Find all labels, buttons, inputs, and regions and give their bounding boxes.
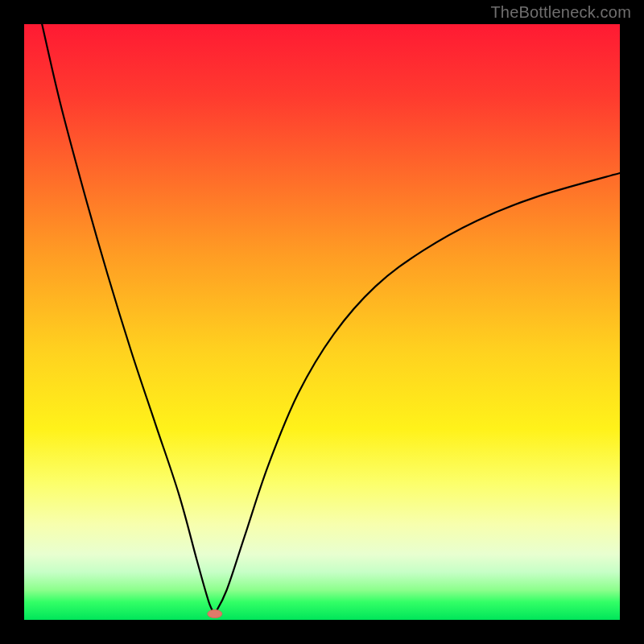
curve-right-branch [215, 173, 620, 614]
chart-frame: TheBottleneck.com [0, 0, 644, 644]
watermark-text: TheBottleneck.com [490, 3, 631, 22]
minimum-marker [208, 610, 222, 618]
curve-svg [24, 24, 620, 620]
plot-area [24, 24, 620, 620]
curve-left-branch [42, 24, 215, 614]
